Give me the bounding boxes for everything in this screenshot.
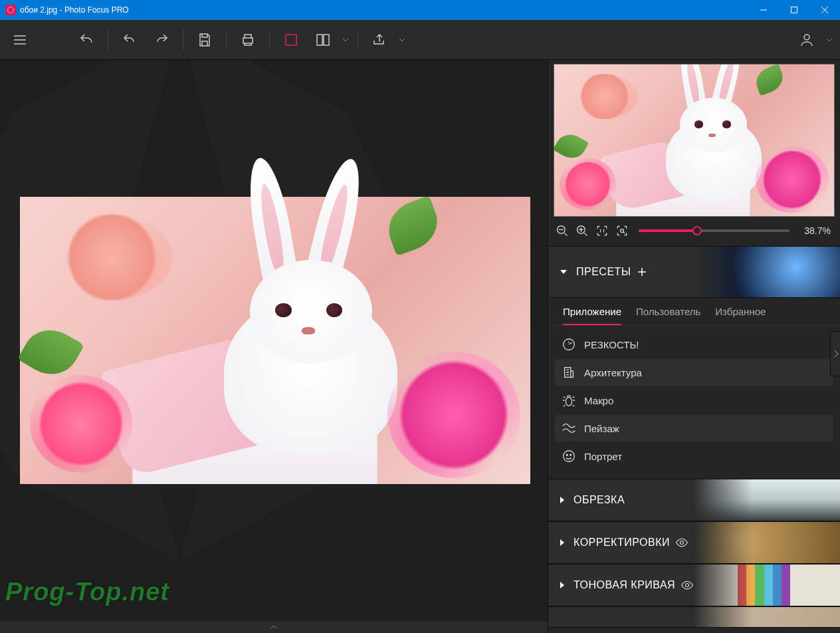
chevron-right-icon bbox=[560, 497, 564, 503]
chevron-right-icon bbox=[560, 582, 564, 588]
app-icon bbox=[5, 5, 16, 15]
svg-point-15 bbox=[680, 541, 683, 545]
zoom-in-icon[interactable] bbox=[574, 222, 591, 239]
eye-icon[interactable] bbox=[675, 536, 688, 549]
window-title: обои 2.jpg - Photo Focus PRO bbox=[20, 5, 748, 15]
view-dropdown[interactable] bbox=[340, 37, 351, 43]
save-button[interactable] bbox=[190, 25, 219, 55]
curve-label: ТОНОВАЯ КРИВАЯ bbox=[574, 579, 675, 591]
print-button[interactable] bbox=[233, 25, 262, 55]
separator bbox=[226, 29, 227, 51]
add-preset-icon[interactable] bbox=[637, 267, 647, 277]
adjust-label: КОРРЕКТИРОВКИ bbox=[574, 537, 670, 549]
zoom-out-icon[interactable] bbox=[554, 222, 571, 239]
preset-label: Макро bbox=[584, 395, 613, 406]
share-dropdown[interactable] bbox=[397, 37, 407, 43]
canvas-area[interactable]: Prog-Top.net bbox=[0, 60, 548, 633]
watermark: Prog-Top.net bbox=[5, 578, 169, 606]
share-button[interactable] bbox=[365, 25, 394, 55]
eye-icon[interactable] bbox=[681, 578, 694, 592]
building-icon bbox=[562, 365, 576, 380]
preset-portrait[interactable]: Портрет bbox=[555, 443, 833, 469]
account-button[interactable] bbox=[792, 25, 821, 55]
preset-architecture[interactable]: Архитектура bbox=[555, 359, 833, 386]
section-adjustments[interactable]: КОРРЕКТИРОВКИ bbox=[548, 521, 840, 564]
more-bg bbox=[694, 607, 840, 627]
presets-bg bbox=[694, 247, 840, 297]
zoom-1to1-icon[interactable] bbox=[593, 222, 611, 239]
section-presets[interactable]: ПРЕСЕТЫ bbox=[548, 246, 840, 298]
svg-point-12 bbox=[564, 451, 575, 462]
section-more[interactable] bbox=[548, 606, 840, 628]
zoom-fit-icon[interactable] bbox=[613, 222, 631, 239]
svg-point-16 bbox=[686, 584, 689, 587]
toolbar bbox=[0, 20, 840, 60]
undo-button[interactable] bbox=[115, 25, 144, 55]
zoom-value: 38.7% bbox=[797, 225, 835, 236]
svg-point-5 bbox=[804, 35, 809, 40]
crop-bg bbox=[694, 479, 840, 521]
tab-favorites[interactable]: Избранное bbox=[715, 306, 766, 325]
landscape-icon bbox=[562, 421, 576, 436]
svg-rect-2 bbox=[286, 35, 296, 45]
svg-rect-0 bbox=[791, 7, 797, 13]
svg-point-13 bbox=[566, 454, 568, 455]
separator bbox=[358, 29, 358, 51]
preset-tabs: Приложение Пользователь Избранное bbox=[548, 298, 840, 326]
minimize-button[interactable] bbox=[748, 0, 779, 20]
undo-all-button[interactable] bbox=[72, 25, 101, 55]
menu-button[interactable] bbox=[5, 25, 35, 55]
preset-label: Портрет bbox=[584, 451, 622, 462]
section-crop[interactable]: ОБРЕЗКА bbox=[548, 479, 840, 521]
preset-label: Пейзаж bbox=[584, 423, 619, 434]
zoom-slider[interactable] bbox=[639, 229, 789, 232]
svg-point-11 bbox=[566, 397, 572, 406]
preset-label: Архитектура bbox=[584, 367, 642, 378]
tab-user[interactable]: Пользователь bbox=[636, 306, 700, 325]
svg-rect-4 bbox=[324, 35, 329, 45]
curve-bg bbox=[694, 565, 840, 606]
chevron-right-icon bbox=[560, 539, 564, 546]
account-dropdown[interactable] bbox=[824, 37, 835, 43]
main-image[interactable] bbox=[20, 197, 530, 484]
separator bbox=[269, 29, 270, 51]
section-tone-curve[interactable]: ТОНОВАЯ КРИВАЯ bbox=[548, 564, 840, 606]
preset-label: РЕЗКОСТЬ! bbox=[584, 339, 639, 350]
svg-rect-3 bbox=[317, 35, 322, 45]
bottom-panel-toggle[interactable] bbox=[0, 621, 548, 633]
tab-application[interactable]: Приложение bbox=[563, 306, 621, 325]
separator bbox=[183, 29, 183, 51]
svg-point-14 bbox=[570, 454, 572, 455]
svg-rect-1 bbox=[243, 38, 253, 43]
maximize-button[interactable] bbox=[779, 0, 809, 20]
collapse-right-panel[interactable] bbox=[830, 331, 840, 376]
preset-macro[interactable]: Макро bbox=[555, 387, 833, 414]
titlebar: обои 2.jpg - Photo Focus PRO bbox=[0, 0, 840, 20]
single-view-button[interactable] bbox=[276, 25, 306, 55]
chevron-down-icon bbox=[560, 270, 567, 274]
face-icon bbox=[562, 449, 576, 463]
preview-thumbnail[interactable] bbox=[554, 64, 835, 217]
gauge-icon bbox=[562, 337, 576, 352]
preset-landscape[interactable]: Пейзаж bbox=[555, 415, 833, 442]
bug-icon bbox=[562, 393, 576, 408]
preset-sharpness[interactable]: РЕЗКОСТЬ! bbox=[555, 331, 833, 358]
close-button[interactable] bbox=[809, 0, 840, 20]
zoom-controls: 38.7% bbox=[548, 219, 840, 246]
separator bbox=[108, 29, 108, 51]
preset-list: РЕЗКОСТЬ! Архитектура Макро Пейзаж Портр… bbox=[548, 326, 840, 479]
compare-view-button[interactable] bbox=[308, 25, 338, 55]
presets-label: ПРЕСЕТЫ bbox=[576, 266, 631, 278]
right-panel: 38.7% ПРЕСЕТЫ Приложение Пользователь Из… bbox=[548, 60, 840, 633]
adjust-bg bbox=[694, 522, 840, 563]
crop-label: ОБРЕЗКА bbox=[574, 494, 625, 506]
redo-button[interactable] bbox=[147, 25, 176, 55]
